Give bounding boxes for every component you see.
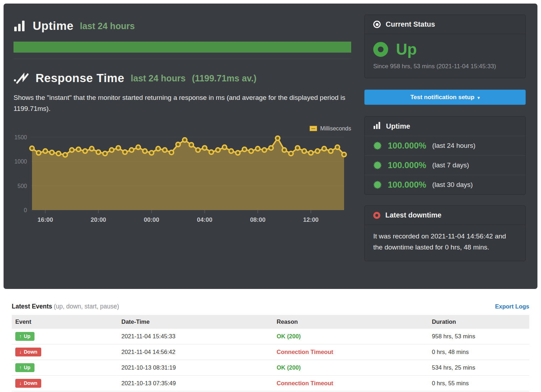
latest-events-section: Latest Events (up, down, start, pause) E… [12, 289, 529, 391]
uptime-row: 100.000%(last 24 hours) [365, 136, 525, 155]
response-section-header: Response Time last 24 hours (1199.71ms a… [14, 71, 351, 85]
line-chart-icon [14, 72, 29, 85]
datetime-cell: 2021-10-13 07:35:49 [118, 376, 273, 391]
event-cell: ↑Up [12, 329, 118, 344]
event-badge-label: Down [24, 349, 37, 355]
section-divider [14, 59, 351, 59]
current-status-body: Up Since 958 hrs, 53 mins (2021-11-04 15… [365, 34, 525, 78]
reason-cell: OK (200) [273, 329, 428, 344]
uptime-range-label: (last 24 hours) [432, 142, 475, 150]
test-notification-button[interactable]: Test notification setup ▾ [364, 90, 526, 105]
status-sidebar: Current Status Up Since 958 hrs, 53 mins… [364, 15, 526, 261]
uptime-title: Uptime [33, 19, 74, 33]
column-header-date-time: Date-Time [118, 315, 273, 329]
uptime-range-label: (last 7 days) [432, 161, 469, 169]
uptime-rows: 100.000%(last 24 hours)100.000%(last 7 d… [365, 136, 525, 194]
bar-chart-icon [14, 21, 26, 31]
svg-text:04:00: 04:00 [197, 216, 212, 223]
charts-column: Uptime last 24 hours Response Time last … [14, 19, 351, 228]
current-status-header: Current Status [365, 15, 525, 34]
event-badge-label: Up [24, 365, 31, 370]
uptime-row: 100.000%(last 30 days) [365, 175, 525, 194]
svg-text:00:00: 00:00 [144, 216, 159, 223]
svg-text:12:00: 12:00 [303, 216, 318, 223]
uptime-summary-title: Uptime [386, 122, 410, 130]
event-badge-up: ↑Up [15, 332, 34, 341]
uptime-summary-header: Uptime [365, 117, 525, 136]
legend-swatch-icon [310, 126, 317, 131]
arrow-up-icon: ↑ [19, 365, 22, 370]
current-status-title: Current Status [386, 20, 435, 28]
export-logs-link[interactable]: Export Logs [495, 303, 529, 310]
uptime-summary-card: Uptime 100.000%(last 24 hours)100.000%(l… [364, 116, 526, 195]
uptime-row: 100.000%(last 7 days) [365, 155, 525, 175]
uptime-percentage: 100.000% [388, 160, 426, 170]
event-badge-label: Down [24, 380, 37, 386]
chevron-down-icon: ▾ [478, 95, 480, 100]
event-badge-label: Up [24, 333, 31, 339]
reason-cell: OK (200) [273, 360, 428, 376]
event-cell: ↓Down [12, 344, 118, 360]
event-badge-down: ↓Down [15, 348, 41, 356]
latest-events-title: Latest Events [12, 303, 52, 310]
table-row: ↑Up2021-10-13 08:31:19OK (200)534 hrs, 2… [12, 360, 529, 376]
uptime-subtitle: last 24 hours [80, 21, 135, 31]
starburst-icon [373, 141, 382, 150]
up-status-icon [373, 42, 388, 57]
response-average: (1199.71ms av.) [192, 73, 257, 84]
table-row: ↓Down2021-11-04 14:56:42Connection Timeo… [12, 344, 529, 360]
events-table: EventDate-TimeReasonDuration ↑Up2021-11-… [12, 315, 529, 391]
table-row: ↓Down2021-10-13 07:35:49Connection Timeo… [12, 376, 529, 391]
response-description: Shows the "instant" that the monitor sta… [14, 92, 351, 114]
event-badge-down: ↓Down [15, 379, 41, 388]
event-cell: ↓Down [12, 376, 118, 391]
uptime-progress-bar [14, 42, 351, 53]
svg-text:500: 500 [17, 183, 27, 189]
test-notification-label: Test notification setup [410, 94, 474, 101]
column-header-reason: Reason [273, 315, 428, 329]
latest-events-heading: Latest Events (up, down, start, pause) [12, 303, 119, 310]
table-row: ↑Up2021-11-04 15:45:33OK (200)958 hrs, 5… [12, 329, 529, 344]
column-header-duration: Duration [428, 315, 529, 329]
status-state: Up [396, 42, 417, 57]
duration-cell: 0 hrs, 48 mins [428, 344, 529, 360]
arrow-down-icon: ↓ [19, 380, 22, 386]
latest-downtime-card: Latest downtime It was recorded on 2021-… [364, 205, 526, 261]
response-title: Response Time [36, 71, 124, 85]
reason-cell: Connection Timeout [273, 344, 428, 360]
svg-text:1000: 1000 [14, 159, 27, 165]
duration-cell: 534 hrs, 25 mins [428, 360, 529, 376]
svg-text:1500: 1500 [14, 134, 27, 140]
current-status-card: Current Status Up Since 958 hrs, 53 mins… [364, 15, 526, 78]
svg-text:20:00: 20:00 [91, 216, 106, 223]
svg-text:16:00: 16:00 [38, 216, 53, 223]
bullseye-icon [373, 21, 381, 28]
latest-events-subtitle: (up, down, start, pause) [54, 303, 119, 310]
chart-canvas: 05001000150016:0020:0000:0004:0008:0012:… [14, 121, 351, 228]
latest-downtime-header: Latest downtime [365, 206, 525, 225]
datetime-cell: 2021-11-04 14:56:42 [118, 344, 273, 360]
uptime-percentage: 100.000% [388, 180, 426, 190]
uptime-percentage: 100.000% [388, 141, 426, 151]
event-cell: ↑Up [12, 360, 118, 376]
duration-cell: 958 hrs, 53 mins [428, 329, 529, 344]
response-subtitle: last 24 hours [131, 73, 186, 84]
svg-text:08:00: 08:00 [250, 216, 265, 223]
response-time-chart: 05001000150016:0020:0000:0004:0008:0012:… [14, 121, 351, 228]
starburst-icon [373, 161, 382, 170]
uptime-section-header: Uptime last 24 hours [14, 19, 351, 33]
latest-downtime-text: It was recorded on 2021-11-04 14:56:42 a… [365, 225, 525, 261]
starburst-icon [373, 181, 382, 189]
arrow-up-icon: ↑ [19, 333, 22, 339]
svg-text:0: 0 [24, 207, 27, 213]
legend-label: Milliseconds [320, 125, 351, 132]
events-table-header: EventDate-TimeReasonDuration [12, 315, 529, 329]
duration-cell: 0 hrs, 55 mins [428, 376, 529, 391]
status-since: Since 958 hrs, 53 mins (2021-11-04 15:45… [373, 63, 517, 70]
latest-downtime-title: Latest downtime [385, 211, 441, 219]
column-header-event: Event [12, 315, 118, 329]
event-badge-up: ↑Up [15, 363, 34, 372]
uptime-range-label: (last 30 days) [432, 181, 473, 189]
datetime-cell: 2021-10-13 08:31:19 [118, 360, 273, 376]
bar-chart-small-icon [373, 122, 381, 130]
